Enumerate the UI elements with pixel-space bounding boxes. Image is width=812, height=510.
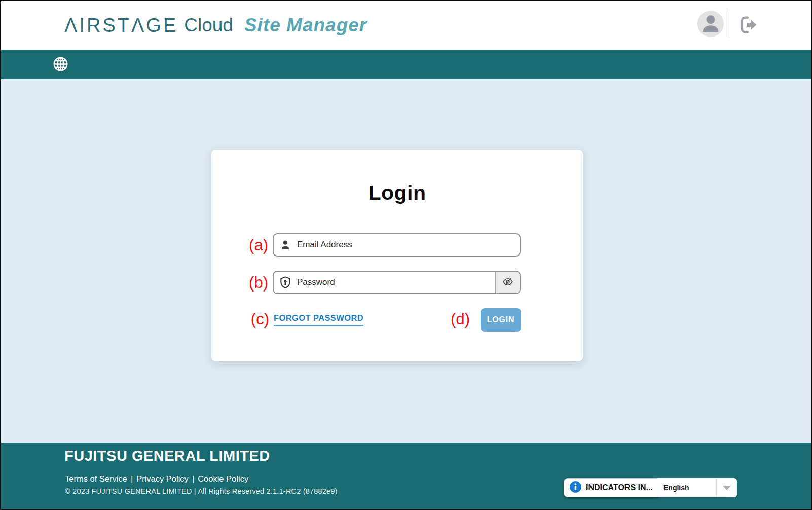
annotation-d: (d): [439, 310, 470, 329]
main-content: Login (a) (b): [1, 79, 811, 443]
footer-copyright: © 2023 FUJITSU GENERAL LIMITED | All Rig…: [65, 487, 338, 495]
person-icon: [274, 234, 297, 256]
shield-lock-icon: [274, 272, 297, 293]
brand-airstage: ΛIRSTΛGE: [64, 15, 178, 37]
header: ΛIRSTΛGE Cloud Site Manager: [1, 1, 811, 50]
link-separator: |: [131, 474, 133, 483]
forgot-password-link[interactable]: FORGOT PASSWORD: [274, 313, 363, 326]
brand-logo: ΛIRSTΛGE Cloud Site Manager: [64, 1, 367, 50]
indicators-info-button[interactable]: INDICATORS IN...: [564, 478, 660, 497]
password-field: [273, 271, 521, 294]
info-icon: [569, 481, 582, 495]
brand-cloud: Cloud: [184, 15, 233, 36]
person-icon: [697, 11, 724, 37]
language-select[interactable]: English: [655, 478, 737, 497]
annotation-a: (a): [238, 236, 268, 254]
link-separator: |: [192, 474, 194, 483]
eye-slash-icon: [502, 276, 514, 289]
cookie-policy-link[interactable]: Cookie Policy: [198, 474, 248, 483]
indicators-button-label: INDICATORS IN...: [586, 483, 653, 492]
footer-links: Terms of Service|Privacy Policy|Cookie P…: [65, 474, 248, 484]
footer: FUJITSU GENERAL LIMITED Terms of Service…: [1, 443, 811, 509]
annotation-b: (b): [238, 274, 268, 292]
email-field: [273, 233, 521, 257]
privacy-policy-link[interactable]: Privacy Policy: [136, 474, 189, 483]
language-selected-value: English: [655, 484, 716, 492]
brand-product-name: Site Manager: [244, 15, 367, 36]
footer-company-name: FUJITSU GENERAL LIMITED: [64, 448, 270, 464]
login-title: Login: [211, 181, 583, 205]
password-input[interactable]: [297, 272, 495, 293]
annotation-c: (c): [239, 310, 269, 329]
terms-of-service-link[interactable]: Terms of Service: [65, 474, 127, 483]
navbar: [1, 50, 811, 79]
password-visibility-toggle[interactable]: [495, 272, 520, 293]
logout-icon: [738, 15, 758, 37]
user-avatar[interactable]: [697, 11, 724, 37]
email-input[interactable]: [297, 234, 520, 256]
app-window: ΛIRSTΛGE Cloud Site Manager: [0, 0, 812, 510]
login-card: Login (a) (b): [211, 150, 583, 361]
header-divider: [729, 9, 729, 38]
login-button[interactable]: LOGIN: [481, 308, 521, 332]
logout-button[interactable]: [737, 14, 759, 37]
language-globe-button[interactable]: [51, 56, 69, 74]
globe-icon: [52, 56, 69, 74]
chevron-down-icon: [717, 478, 737, 497]
